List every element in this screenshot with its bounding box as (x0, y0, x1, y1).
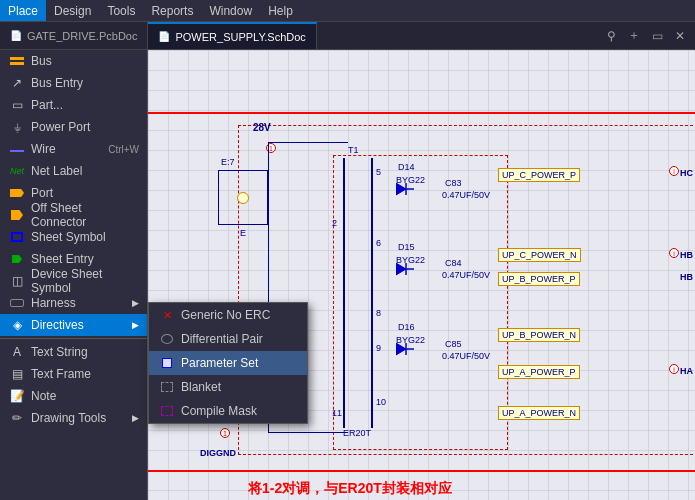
param-set-icon (159, 355, 175, 371)
harness-arrow: ▶ (132, 298, 139, 308)
device-sheet-icon: ◫ (8, 272, 26, 290)
close-tab-button[interactable]: ✕ (671, 27, 689, 45)
node-6: 6 (376, 238, 381, 248)
submenu-no-erc[interactable]: ✕ Generic No ERC (149, 303, 307, 327)
power-port-icon: ⏚ (8, 118, 26, 136)
wire-h2 (268, 432, 348, 433)
node-5: 5 (376, 167, 381, 177)
hb-label-2: HB (680, 272, 693, 282)
menu-item-harness[interactable]: Harness ▶ (0, 292, 147, 314)
ha-circle: i (669, 364, 679, 374)
hb-label-1: HB (680, 250, 693, 260)
d15-symbol (396, 263, 426, 278)
node-9: 9 (376, 343, 381, 353)
text-frame-icon: ▤ (8, 365, 26, 383)
c84-label: C84 (445, 258, 462, 268)
off-sheet-icon (8, 206, 26, 224)
directives-submenu: ✕ Generic No ERC Differential Pair Param… (148, 302, 308, 424)
harness-icon (8, 294, 26, 312)
bottom-annotation: 将1-2对调，与ER20T封装相对应 (248, 480, 452, 498)
menu-tools[interactable]: Tools (99, 0, 143, 21)
menu-item-sheet-symbol[interactable]: Sheet Symbol (0, 226, 147, 248)
c85-value: 0.47UF/50V (442, 351, 490, 361)
d14-symbol (396, 183, 426, 198)
menu-item-part[interactable]: ▭ Part... (0, 94, 147, 116)
menu-item-drawing-tools[interactable]: ✏ Drawing Tools ▶ (0, 407, 147, 429)
e7-ref: E (240, 228, 246, 238)
menu-item-wire[interactable]: Wire Ctrl+W (0, 138, 147, 160)
note-icon: 📝 (8, 387, 26, 405)
node-11: 11 (332, 408, 342, 418)
hc-circle: i (669, 166, 679, 176)
voltage-label: 28V (253, 122, 271, 133)
d15-label: D15 (398, 242, 415, 252)
wire-icon (8, 140, 26, 158)
drawing-arrow: ▶ (132, 413, 139, 423)
red-line-top (148, 112, 695, 114)
menu-design[interactable]: Design (46, 0, 99, 21)
menu-item-power-port[interactable]: ⏚ Power Port (0, 116, 147, 138)
submenu-blanket[interactable]: Blanket (149, 375, 307, 399)
node-8: 8 (376, 308, 381, 318)
e7-symbol (237, 192, 249, 204)
sheet-symbol-icon (8, 228, 26, 246)
menu-item-note[interactable]: 📝 Note (0, 385, 147, 407)
svg-marker-4 (396, 263, 406, 275)
place-menu: Bus ↗ Bus Entry ▭ Part... ⏚ Power Port W… (0, 50, 148, 500)
menu-item-net-label[interactable]: Net Net Label (0, 160, 147, 182)
menu-item-directives[interactable]: ◈ Directives ▶ (0, 314, 147, 336)
menu-place[interactable]: Place (0, 0, 46, 21)
no-erc-icon: ✕ (159, 307, 175, 323)
submenu-diff-pair[interactable]: Differential Pair (149, 327, 307, 351)
d14-label: D14 (398, 162, 415, 172)
c83-label: C83 (445, 178, 462, 188)
er20t-label: ER20T (343, 428, 371, 438)
c84-value: 0.47UF/50V (442, 270, 490, 280)
filter-button[interactable]: ⚲ (603, 27, 620, 45)
t1-transformer (343, 158, 373, 428)
circle-marker-2: 1 (220, 428, 230, 438)
c83-value: 0.47UF/50V (442, 190, 490, 200)
net-up-c-power-p: UP_C_POWER_P (498, 168, 580, 182)
sheet-entry-icon (8, 250, 26, 268)
red-line-bottom (148, 470, 695, 472)
menu-item-text-frame[interactable]: ▤ Text Frame (0, 363, 147, 385)
tab-pcb[interactable]: 📄 GATE_DRIVE.PcbDoc (0, 22, 148, 49)
menubar: Place Design Tools Reports Window Help (0, 0, 695, 22)
e7-label: E:7 (221, 157, 235, 167)
hb-circle-1: i (669, 248, 679, 258)
tabbar: 📄 GATE_DRIVE.PcbDoc 📄 POWER_SUPPLY.SchDo… (0, 22, 695, 50)
menu-divider (0, 338, 147, 339)
menu-item-text-string[interactable]: A Text String (0, 341, 147, 363)
port-icon (8, 184, 26, 202)
collapse-button[interactable]: ▭ (648, 27, 667, 45)
menu-reports[interactable]: Reports (143, 0, 201, 21)
ha-label: HA (680, 366, 693, 376)
net-up-b-power-p: UP_B_POWER_P (498, 272, 580, 286)
diff-pair-icon (159, 331, 175, 347)
t1-label: T1 (348, 145, 359, 155)
e7-component: E:7 E (218, 170, 268, 225)
blanket-icon (159, 379, 175, 395)
menu-item-bus-entry[interactable]: ↗ Bus Entry (0, 72, 147, 94)
tab-sch[interactable]: 📄 POWER_SUPPLY.SchDoc (148, 22, 316, 49)
submenu-param-set[interactable]: Parameter Set (149, 351, 307, 375)
bus-icon (8, 52, 26, 70)
menu-help[interactable]: Help (260, 0, 301, 21)
drawing-tools-icon: ✏ (8, 409, 26, 427)
net-up-a-power-n: UP_A_POWER_N (498, 406, 580, 420)
svg-marker-8 (396, 343, 406, 355)
menu-item-off-sheet[interactable]: Off Sheet Connector (0, 204, 147, 226)
main-layout: Bus ↗ Bus Entry ▭ Part... ⏚ Power Port W… (0, 50, 695, 500)
menu-item-device-sheet[interactable]: ◫ Device Sheet Symbol (0, 270, 147, 292)
diggnd-label: DIGGND (200, 448, 236, 458)
bus-entry-icon: ↗ (8, 74, 26, 92)
schematic-area[interactable]: 28V 1 1 E:7 E T1 2 5 6 8 9 10 11 D14 BYG… (148, 50, 695, 500)
submenu-compile-mask[interactable]: Compile Mask (149, 399, 307, 423)
add-tab-button[interactable]: ＋ (624, 25, 644, 46)
menu-item-bus[interactable]: Bus (0, 50, 147, 72)
menu-window[interactable]: Window (201, 0, 260, 21)
c85-label: C85 (445, 339, 462, 349)
compile-mask-icon (159, 403, 175, 419)
net-label-icon: Net (8, 162, 26, 180)
